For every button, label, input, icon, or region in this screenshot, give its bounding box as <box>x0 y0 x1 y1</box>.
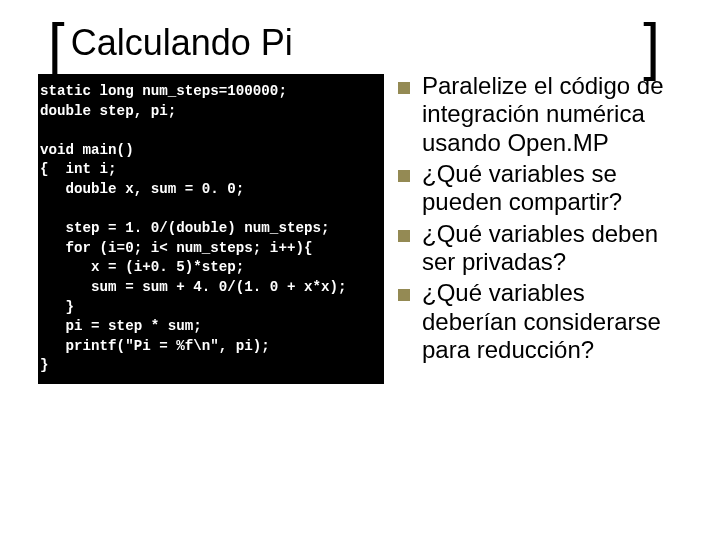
bullet-text: ¿Qué variables deberían considerarse par… <box>422 279 682 364</box>
bullet-list: Paralelize el código de integración numé… <box>398 70 682 367</box>
list-item: ¿Qué variables deben ser privadas? <box>398 220 682 277</box>
list-item: ¿Qué variables deberían considerarse par… <box>398 279 682 364</box>
bracket-right-icon: ] <box>643 17 660 63</box>
bullet-text: ¿Qué variables se pueden compartir? <box>422 160 682 217</box>
title-row: [ Calculando Pi ] <box>48 18 682 64</box>
bullet-text: ¿Qué variables deben ser privadas? <box>422 220 682 277</box>
code-block: static long num_steps=100000; double ste… <box>38 74 384 384</box>
square-bullet-icon <box>398 82 410 94</box>
content-row: static long num_steps=100000; double ste… <box>48 70 682 384</box>
slide: [ Calculando Pi ] static long num_steps=… <box>0 0 720 540</box>
square-bullet-icon <box>398 230 410 242</box>
page-title: Calculando Pi <box>71 18 293 64</box>
bullet-text: Paralelize el código de integración numé… <box>422 72 682 157</box>
list-item: Paralelize el código de integración numé… <box>398 72 682 157</box>
list-item: ¿Qué variables se pueden compartir? <box>398 160 682 217</box>
bracket-left-icon: [ <box>48 17 65 63</box>
square-bullet-icon <box>398 289 410 301</box>
square-bullet-icon <box>398 170 410 182</box>
